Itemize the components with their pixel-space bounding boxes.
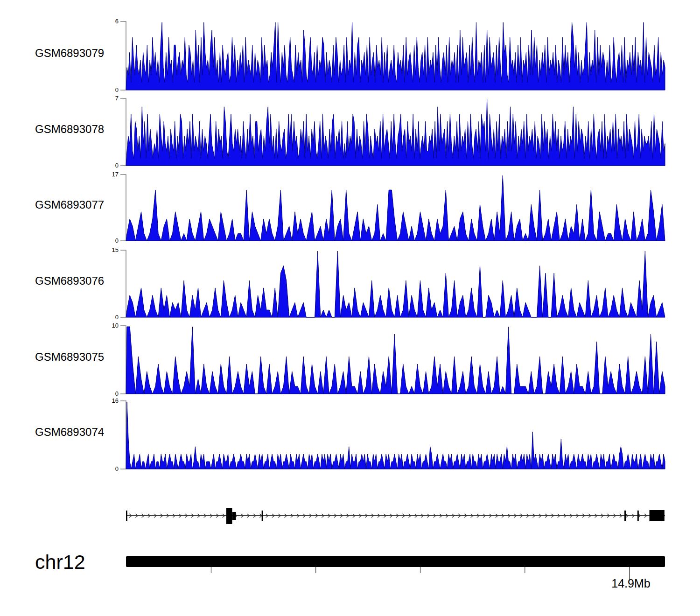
y-axis-min-label: 0 [95, 390, 119, 397]
track-name-label: GSM6893077 [35, 198, 104, 211]
coverage-signal-polygon [126, 22, 665, 90]
track-name-label: GSM6893079 [35, 47, 104, 60]
coverage-signal-polygon [126, 99, 665, 166]
y-axis-max-label: 6 [95, 18, 119, 25]
coverage-signal-polygon [126, 251, 665, 317]
y-axis-min-label: 0 [95, 237, 119, 244]
gene-exon-step-box [232, 512, 236, 520]
genome-browser-view: { "chart_data": { "type": "area", "title… [0, 0, 700, 616]
y-axis-max-label: 10 [95, 322, 119, 329]
y-axis-max-label: 17 [95, 171, 119, 178]
signal-track-GSM6893074 [119, 400, 666, 469]
gene-exon-tick [624, 511, 626, 521]
chromosome-axis [126, 556, 666, 584]
gene-exon-tick [262, 511, 263, 521]
gene-model-track [126, 504, 666, 532]
chromosome-name-label: chr12 [35, 551, 85, 574]
gene-exon-tick [637, 511, 639, 521]
signal-track-GSM6893075 [119, 325, 666, 394]
track-name-label: GSM6893076 [35, 274, 104, 287]
gene-exon-tall-box [226, 508, 232, 524]
coverage-signal-polygon [126, 327, 665, 394]
y-axis-min-label: 0 [95, 162, 119, 169]
coverage-signal-polygon [126, 175, 665, 241]
gene-model-drawing [126, 504, 666, 532]
gene-exon-box [650, 510, 665, 521]
signal-track-GSM6893076 [119, 250, 666, 318]
signal-track-GSM6893077 [119, 174, 666, 241]
signal-tracks-area: GSM689307960GSM689307870GSM6893077170GSM… [0, 0, 700, 476]
y-axis-min-label: 0 [95, 86, 119, 93]
coverage-signal-polygon [126, 402, 665, 469]
chromosome-axis-drawing [126, 556, 666, 584]
gene-exon-tick [126, 511, 127, 521]
chromosome-bar [126, 556, 665, 567]
track-name-label: GSM6893074 [35, 426, 104, 439]
y-axis-min-label: 0 [95, 314, 119, 321]
track-name-label: GSM6893078 [35, 123, 104, 136]
y-axis-max-label: 7 [95, 95, 119, 102]
axis-position-label: 14.9Mb [594, 577, 668, 590]
signal-track-GSM6893079 [119, 21, 666, 91]
signal-track-GSM6893078 [119, 98, 666, 166]
y-axis-max-label: 15 [95, 246, 119, 253]
y-axis-min-label: 0 [95, 465, 119, 472]
y-axis-max-label: 16 [95, 397, 119, 404]
track-name-label: GSM6893075 [35, 350, 104, 364]
